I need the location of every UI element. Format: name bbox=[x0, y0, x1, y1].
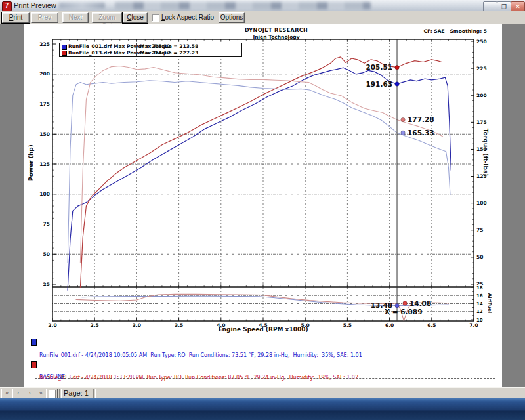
legend-max-torque: Max Torque = 227.23 bbox=[140, 50, 198, 56]
power-tick-label: 200 bbox=[39, 71, 50, 77]
preview-page: 2.02.53.03.54.04.55.05.56.06.57.02550751… bbox=[24, 24, 502, 387]
series-curve bbox=[80, 57, 442, 288]
x-axis-title: Engine Speed (RPM x1000) bbox=[198, 326, 329, 333]
power-tick-label: 75 bbox=[43, 221, 50, 227]
marker-value-label: 191.63 bbox=[366, 80, 392, 88]
power-tick-label: 50 bbox=[43, 251, 50, 257]
lock-aspect-ratio-label: Lock Aspect Ratio bbox=[161, 14, 214, 21]
x-tick-label: 3.5 bbox=[175, 322, 183, 328]
cursor-x-label: X = 6.089 bbox=[385, 308, 422, 316]
app-icon: 7 bbox=[2, 1, 12, 11]
legend-swatch-red bbox=[62, 51, 67, 56]
x-tick-label: 6.0 bbox=[385, 322, 394, 328]
prev-button[interactable]: Prev bbox=[31, 12, 58, 23]
statusbar-divider bbox=[93, 388, 96, 398]
torque-tick-label: 75 bbox=[476, 227, 483, 233]
chart-subtitle: Injen Technology bbox=[198, 34, 355, 40]
marker-value-label: 205.51 bbox=[366, 63, 392, 71]
window-title: Print Preview bbox=[14, 1, 56, 9]
marker-dot bbox=[395, 82, 399, 86]
first-page-button[interactable]: « bbox=[1, 388, 13, 399]
legend-max-torque: Max Torque = 213.58 bbox=[140, 43, 198, 50]
print-preview-toolbar: Print Prev Next Zoom Out Close Lock Aspe… bbox=[0, 11, 525, 24]
af-tick-label: 18 bbox=[476, 285, 483, 291]
torque-tick-label: 100 bbox=[476, 200, 487, 206]
legend-row: RunFile_001.drf Max Power = 205.32 Max T… bbox=[60, 43, 242, 50]
torque-tick-label: 250 bbox=[476, 39, 487, 45]
run1-color-square bbox=[31, 339, 37, 346]
x-tick-label: 2.0 bbox=[48, 322, 56, 328]
x-tick-label: 2.5 bbox=[91, 322, 99, 328]
power-axis-title: Power (hp) bbox=[28, 127, 34, 199]
print-button[interactable]: Print bbox=[2, 12, 30, 23]
marker-dot bbox=[403, 301, 407, 305]
af-tick-label: 16 bbox=[476, 293, 483, 299]
power-tick-label: 225 bbox=[39, 41, 50, 47]
marker-dot bbox=[395, 65, 399, 69]
torque-tick-label: 225 bbox=[476, 66, 487, 72]
marker-value-label: 14.08 bbox=[410, 299, 431, 307]
torque-tick-label: 50 bbox=[476, 254, 483, 260]
next-button[interactable]: Next bbox=[62, 12, 89, 23]
marker-dot bbox=[395, 303, 399, 307]
power-tick-label: 175 bbox=[39, 101, 50, 107]
af-tick-label: 10 bbox=[476, 318, 483, 323]
x-tick-label: 5.5 bbox=[343, 322, 352, 328]
x-tick-label: 7.0 bbox=[469, 322, 478, 328]
run2-color-square bbox=[31, 361, 37, 368]
marker-value-label: 177.28 bbox=[408, 116, 434, 123]
marker-dot bbox=[401, 117, 405, 121]
page-number-label: Page: 1 bbox=[64, 389, 89, 397]
legend-divider bbox=[136, 50, 137, 56]
x-tick-label: 3.0 bbox=[133, 322, 141, 328]
redacted-title-text bbox=[59, 3, 105, 9]
next-page-button[interactable]: › bbox=[24, 388, 35, 399]
options-button[interactable]: Options bbox=[219, 12, 245, 23]
document-icon bbox=[49, 390, 56, 398]
marker-value-label: 165.33 bbox=[408, 129, 434, 136]
legend-divider bbox=[136, 43, 137, 50]
statusbar-divider bbox=[142, 388, 144, 398]
lock-aspect-ratio-checkbox[interactable] bbox=[152, 14, 159, 22]
status-bar: « ‹ › » Page: 1 bbox=[0, 387, 525, 399]
correction-smoothing-label: CF: SAE Smoothing: 5 bbox=[423, 28, 487, 34]
af-axis-title: Air/Fuel bbox=[487, 284, 492, 323]
last-page-button[interactable]: » bbox=[35, 388, 47, 399]
zoom-out-button[interactable]: Zoom Out bbox=[92, 12, 122, 23]
legend-swatch-blue bbox=[62, 45, 67, 50]
torque-tick-label: 200 bbox=[476, 93, 487, 98]
series-curve bbox=[68, 81, 450, 262]
power-tick-label: 25 bbox=[43, 282, 50, 287]
marker-dot bbox=[401, 131, 405, 135]
run1-line1: RunFile_001.drf - 4/24/2018 10:05:05 AM … bbox=[39, 352, 362, 359]
power-tick-label: 150 bbox=[39, 131, 50, 137]
series-curve bbox=[68, 68, 451, 290]
power-tick-label: 125 bbox=[39, 161, 50, 167]
af-tick-label: 12 bbox=[476, 309, 483, 314]
close-preview-button[interactable]: Close bbox=[123, 12, 148, 23]
page-setup-button[interactable] bbox=[46, 388, 58, 399]
power-tick-label: 100 bbox=[39, 191, 50, 197]
preview-workspace: 2.02.53.03.54.04.55.05.56.06.57.02550751… bbox=[0, 24, 525, 387]
title-bar: 7 Print Preview – ❐ ✕ bbox=[0, 0, 525, 12]
taskbar: e 7 10:50 AM 7/3/2018 bbox=[0, 398, 525, 420]
torque-axis-title: Torque (ft-lbs) bbox=[482, 116, 489, 188]
chart-company-header: DYNOJET RESEARCH bbox=[198, 28, 355, 33]
prev-page-button[interactable]: ‹ bbox=[12, 388, 24, 399]
af-tick-label: 14 bbox=[476, 301, 483, 306]
legend-row: RunFile_013.drf Max Power = 214.17 Max T… bbox=[60, 50, 242, 56]
statusbar-divider bbox=[59, 388, 62, 398]
redacted-title-text bbox=[115, 2, 371, 9]
x-tick-label: 6.5 bbox=[427, 322, 436, 328]
run2-line1: RunFile_013.drf - 4/24/2018 1:33:28 PM R… bbox=[39, 374, 358, 381]
chart-legend: RunFile_001.drf Max Power = 205.32 Max T… bbox=[59, 43, 242, 57]
